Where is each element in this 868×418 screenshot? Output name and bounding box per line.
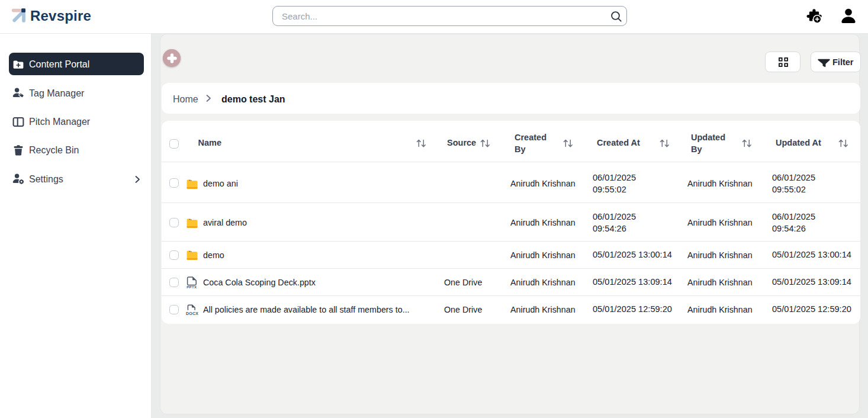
svg-text:DOCX: DOCX	[186, 311, 198, 316]
svg-text:PPTX: PPTX	[187, 285, 197, 289]
